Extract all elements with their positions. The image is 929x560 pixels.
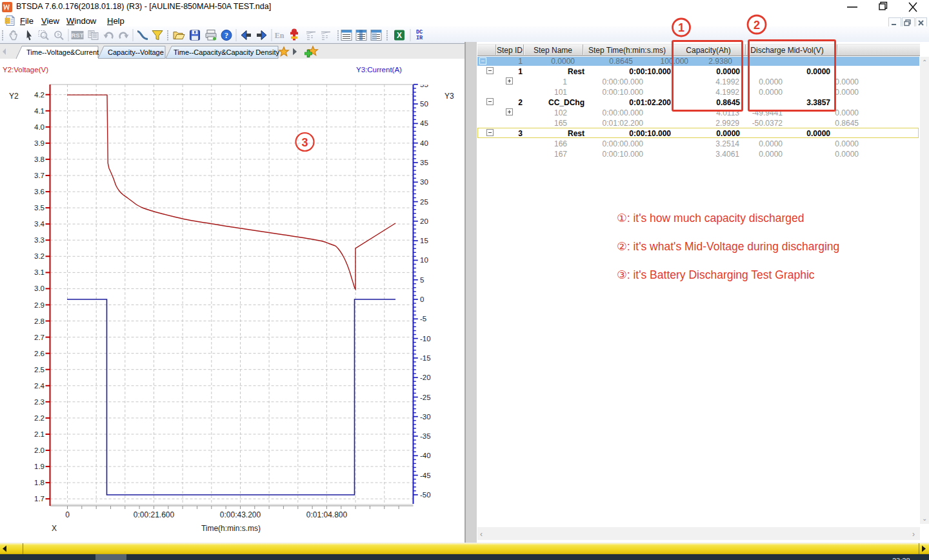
svg-text:0:01:04.800: 0:01:04.800 <box>306 510 348 519</box>
svg-text:Y3:Current(A): Y3:Current(A) <box>356 66 402 74</box>
svg-text:3.5: 3.5 <box>34 204 45 212</box>
svg-text:-25: -25 <box>420 394 431 401</box>
svg-text:3.7: 3.7 <box>34 172 45 179</box>
svg-text:3.0: 3.0 <box>34 285 45 292</box>
svg-text:Time--Voltage&Current: Time--Voltage&Current <box>26 48 99 56</box>
svg-text:2.1: 2.1 <box>34 430 45 438</box>
svg-text:-50: -50 <box>420 491 431 499</box>
svg-text:1.9: 1.9 <box>34 463 45 470</box>
svg-text:2.6: 2.6 <box>34 350 45 357</box>
svg-text:3: 3 <box>301 136 308 149</box>
svg-text:20: 20 <box>420 217 428 225</box>
svg-text:Y2:Voltage(V): Y2:Voltage(V) <box>3 66 48 74</box>
svg-text:0:00:21.600: 0:00:21.600 <box>134 510 175 519</box>
svg-text:50: 50 <box>420 100 428 108</box>
svg-text:1.7: 1.7 <box>34 495 45 503</box>
svg-text:Capacity--Voltage: Capacity--Voltage <box>108 48 164 56</box>
svg-text:3.9: 3.9 <box>34 139 45 147</box>
svg-text:2.5: 2.5 <box>34 366 45 374</box>
svg-text:2.2: 2.2 <box>34 414 45 422</box>
svg-text:2.3: 2.3 <box>34 398 45 406</box>
svg-text:-15: -15 <box>420 354 431 362</box>
svg-text:3.3: 3.3 <box>34 236 45 244</box>
svg-text:3.2: 3.2 <box>34 252 45 260</box>
svg-text:-40: -40 <box>420 452 431 459</box>
svg-text:0: 0 <box>65 510 70 519</box>
svg-text:X: X <box>52 524 57 533</box>
svg-text:-30: -30 <box>420 413 431 421</box>
svg-text:IR: IR <box>416 35 423 41</box>
svg-text:2.0: 2.0 <box>34 446 45 454</box>
svg-text:-45: -45 <box>420 472 431 479</box>
svg-text:?: ? <box>225 31 228 40</box>
svg-text:En: En <box>275 31 285 40</box>
svg-text:25: 25 <box>420 198 428 206</box>
svg-text:2: 2 <box>754 19 760 32</box>
svg-text:-20: -20 <box>420 374 431 381</box>
svg-text:5: 5 <box>420 276 424 284</box>
svg-text:Y2: Y2 <box>9 92 19 101</box>
svg-text:3.6: 3.6 <box>34 188 45 195</box>
svg-text:2.4: 2.4 <box>34 382 45 390</box>
svg-text:Y3: Y3 <box>445 92 454 101</box>
svg-text:3.4: 3.4 <box>34 220 45 228</box>
svg-text:X: X <box>397 31 402 40</box>
svg-text:55: 55 <box>420 81 428 88</box>
svg-text:10: 10 <box>420 256 428 264</box>
svg-text:30: 30 <box>420 178 428 186</box>
svg-text:Time--Capacity&Capacity Densit: Time--Capacity&Capacity Density <box>174 48 280 56</box>
svg-text:40: 40 <box>420 139 428 147</box>
svg-text:3.1: 3.1 <box>34 268 45 276</box>
svg-text:RST: RST <box>72 32 84 39</box>
svg-text:0: 0 <box>420 295 424 303</box>
svg-text:35: 35 <box>420 159 428 166</box>
svg-text:1: 1 <box>678 21 684 34</box>
svg-text:-10: -10 <box>420 335 431 343</box>
svg-text:-35: -35 <box>420 432 431 440</box>
svg-text:-5: -5 <box>420 315 426 323</box>
svg-text:4.0: 4.0 <box>34 123 45 131</box>
svg-text:1.8: 1.8 <box>34 479 45 486</box>
svg-text:4.1: 4.1 <box>34 107 45 115</box>
svg-text:Time(h:min:s.ms): Time(h:min:s.ms) <box>201 524 261 533</box>
svg-text:4.2: 4.2 <box>34 91 45 99</box>
svg-text:2.8: 2.8 <box>34 317 45 325</box>
svg-text:15: 15 <box>420 237 428 245</box>
svg-text:2.7: 2.7 <box>34 334 45 341</box>
svg-text:2.9: 2.9 <box>34 301 45 309</box>
svg-text:45: 45 <box>420 119 428 127</box>
svg-text:0:00:43.200: 0:00:43.200 <box>220 510 261 519</box>
svg-text:3.8: 3.8 <box>34 155 45 163</box>
